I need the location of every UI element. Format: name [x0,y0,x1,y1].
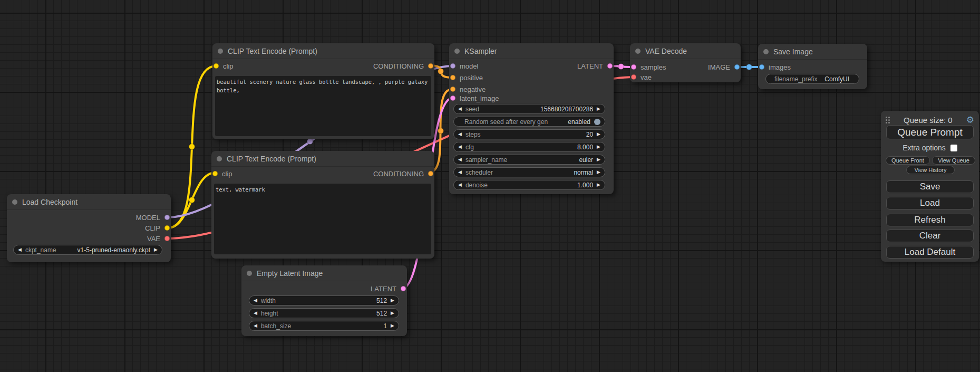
port-latent-image-input[interactable]: latent_image [450,93,499,103]
link-midpoint-dot[interactable] [438,128,444,134]
decrement-arrow-icon[interactable]: ◀ [254,323,257,328]
link-midpoint-dot[interactable] [746,64,752,70]
model-port-dot[interactable] [450,63,455,69]
widget-height[interactable]: ◀ height 512 ▶ [249,308,399,318]
collapse-dot-icon[interactable] [763,49,769,54]
decrement-arrow-icon[interactable]: ◀ [458,107,462,111]
link-midpoint-dot[interactable] [438,69,444,74]
port-conditioning-output[interactable]: CONDITIONING [373,168,433,179]
increment-arrow-icon[interactable]: ▶ [597,183,600,187]
model-port-dot[interactable] [164,215,170,220]
node-title-bar[interactable]: CLIP Text Encode (Prompt) [211,151,434,167]
latent-port-dot[interactable] [401,286,406,291]
widget-batch-size[interactable]: ◀ batch_size 1 ▶ [249,321,399,331]
port-latent-output[interactable]: LATENT [577,61,613,71]
collapse-dot-icon[interactable] [12,199,17,205]
node-title-bar[interactable]: CLIP Text Encode (Prompt) [212,43,434,59]
decrement-arrow-icon[interactable]: ◀ [458,183,462,187]
clip-port-dot[interactable] [212,171,218,176]
node-clip-text-encode-positive[interactable]: CLIP Text Encode (Prompt) clip CONDITION… [212,43,434,139]
widget-filename-prefix[interactable]: filename_prefix ComfyUI [765,74,859,84]
port-clip-input[interactable]: clip [214,61,234,71]
refresh-button[interactable]: Refresh [886,214,974,226]
vae-port-dot[interactable] [631,74,636,80]
queue-front-button[interactable]: Queue Front [886,156,930,165]
widget-scheduler[interactable]: ◀ scheduler normal ▶ [453,167,605,177]
save-button[interactable]: Save [886,180,974,193]
node-title-bar[interactable]: Save Image [758,44,867,60]
increment-arrow-icon[interactable]: ▶ [597,132,600,137]
link-midpoint-dot[interactable] [189,197,195,203]
widget-cfg[interactable]: ◀ cfg 8.000 ▶ [453,142,605,152]
collapse-dot-icon[interactable] [217,156,222,161]
port-clip-input[interactable]: clip [212,168,232,179]
node-title-bar[interactable]: VAE Decode [630,43,741,59]
widget-sampler-name[interactable]: ◀ sampler_name euler ▶ [453,155,605,165]
conditioning-port-dot[interactable] [450,87,455,92]
conditioning-port-dot[interactable] [428,63,433,69]
widget-width[interactable]: ◀ width 512 ▶ [249,295,399,306]
load-button[interactable]: Load [886,197,974,209]
gear-icon[interactable]: ⚙ [966,116,974,125]
port-latent-output[interactable]: LATENT [371,283,406,294]
latent-port-dot[interactable] [631,64,636,70]
widget-ckpt-name[interactable]: ◀ ckpt_name v1-5-pruned-emaonly.ckpt ▶ [13,245,162,255]
clear-button[interactable]: Clear [886,230,974,242]
collapse-dot-icon[interactable] [218,49,223,54]
extra-options-checkbox[interactable] [950,145,957,151]
node-load-checkpoint[interactable]: Load Checkpoint MODEL CLIP VAE ◀ ckpt_na… [7,194,171,262]
queue-prompt-button[interactable]: Queue Prompt [886,125,974,139]
increment-arrow-icon[interactable]: ▶ [391,311,394,316]
link-midpoint-dot[interactable] [618,64,624,70]
port-conditioning-output[interactable]: CONDITIONING [373,61,433,71]
decrement-arrow-icon[interactable]: ◀ [458,170,462,175]
widget-steps[interactable]: ◀ steps 20 ▶ [453,129,605,139]
negative-prompt-textarea[interactable]: text, watermark [214,184,431,254]
link-midpoint-dot[interactable] [189,144,195,150]
decrement-arrow-icon[interactable]: ◀ [458,132,462,137]
node-graph-canvas[interactable]: Load Checkpoint MODEL CLIP VAE ◀ ckpt_na… [0,0,980,372]
link-midpoint-dot[interactable] [307,139,313,145]
port-images-input[interactable]: images [759,62,791,72]
drag-handle-icon[interactable] [886,117,890,123]
collapse-dot-icon[interactable] [454,49,460,54]
node-title-bar[interactable]: Load Checkpoint [7,194,171,210]
port-samples-input[interactable]: samples [631,62,666,72]
view-history-button[interactable]: View History [906,166,955,174]
node-clip-text-encode-negative[interactable]: CLIP Text Encode (Prompt) clip CONDITION… [211,151,434,259]
port-image-output[interactable]: IMAGE [708,62,740,72]
clip-port-dot[interactable] [214,63,219,69]
node-title-bar[interactable]: KSampler [449,43,614,59]
port-model-output[interactable]: MODEL [136,212,170,223]
decrement-arrow-icon[interactable]: ◀ [458,145,462,149]
node-save-image[interactable]: Save Image images filename_prefix ComfyU… [758,44,867,89]
collapse-dot-icon[interactable] [247,271,252,276]
latent-port-dot[interactable] [607,63,613,69]
port-clip-output[interactable]: CLIP [145,223,170,233]
decrement-arrow-icon[interactable]: ◀ [254,311,257,316]
load-default-button[interactable]: Load Default [886,246,974,259]
node-empty-latent-image[interactable]: Empty Latent Image LATENT ◀ width 512 ▶ … [241,265,407,336]
increment-arrow-icon[interactable]: ▶ [391,323,394,328]
widget-denoise[interactable]: ◀ denoise 1.000 ▶ [453,180,605,190]
node-ksampler[interactable]: KSampler model positive negative latent_… [449,43,614,194]
port-model-input[interactable]: model [450,61,478,71]
collapse-dot-icon[interactable] [635,49,641,54]
increment-arrow-icon[interactable]: ▶ [154,247,158,252]
port-positive-input[interactable]: positive [450,72,483,83]
conditioning-port-dot[interactable] [450,75,455,80]
decrement-arrow-icon[interactable]: ◀ [458,157,462,162]
vae-port-dot[interactable] [164,236,170,241]
increment-arrow-icon[interactable]: ▶ [597,157,600,162]
latent-port-dot[interactable] [450,96,455,101]
decrement-arrow-icon[interactable]: ◀ [254,298,257,303]
image-port-dot[interactable] [759,64,764,70]
increment-arrow-icon[interactable]: ▶ [597,145,600,149]
decrement-arrow-icon[interactable]: ◀ [18,247,22,252]
positive-prompt-textarea[interactable]: beautiful scenery nature glass bottle la… [215,76,431,136]
node-title-bar[interactable]: Empty Latent Image [241,265,407,281]
increment-arrow-icon[interactable]: ▶ [597,107,600,111]
port-vae-input[interactable]: vae [631,72,652,82]
toggle-on-icon[interactable] [594,119,600,125]
node-vae-decode[interactable]: VAE Decode samples vae IMAGE [630,43,741,82]
